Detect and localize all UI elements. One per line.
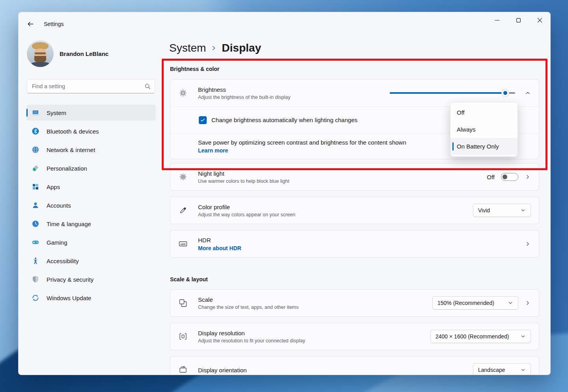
sidebar-item-apps[interactable]: Apps xyxy=(26,179,156,195)
scale-title: Scale xyxy=(198,296,432,303)
sidebar-nav: System Bluetooth & devices Network & int… xyxy=(26,105,156,308)
user-avatar xyxy=(27,40,54,67)
scale-value: 150% (Recommended) xyxy=(437,300,494,306)
color-profile-dropdown[interactable]: Vivid xyxy=(473,204,531,217)
chevron-down-icon xyxy=(520,208,526,213)
window-title: Settings xyxy=(44,21,64,27)
page-title: Display xyxy=(222,42,261,54)
color-profile-subtitle: Adjust the way colors appear on your scr… xyxy=(198,212,473,217)
display-orientation-value: Landscape xyxy=(478,367,505,373)
menu-item-off[interactable]: Off xyxy=(450,104,518,121)
menu-item-on-battery-only[interactable]: On Battery Only xyxy=(450,138,518,155)
battery-option-menu: Off Always On Battery Only xyxy=(450,102,518,157)
color-profile-title: Color profile xyxy=(198,204,473,210)
sidebar-item-network-internet[interactable]: Network & internet xyxy=(26,142,156,158)
chevron-right-icon xyxy=(525,300,531,306)
breadcrumb: System Display xyxy=(169,41,261,56)
brightness-title: Brightness xyxy=(198,86,390,93)
scale-dropdown[interactable]: 150% (Recommended) xyxy=(432,296,518,310)
color-profile-row: Color profile Adjust the way colors appe… xyxy=(170,197,539,224)
display-resolution-value: 2400 × 1600 (Recommended) xyxy=(435,333,509,340)
breadcrumb-parent[interactable]: System xyxy=(169,42,206,54)
night-light-title: Night light xyxy=(198,170,487,177)
hdr-row[interactable]: HDR HDR More about HDR xyxy=(170,230,539,257)
minimize-button[interactable] xyxy=(486,12,508,28)
search-box[interactable] xyxy=(27,79,155,93)
display-resolution-subtitle: Adjust the resolution to fit your connec… xyxy=(198,338,430,344)
toggle-knob xyxy=(503,175,507,179)
brightness-subtitle: Adjust the brightness of the built-in di… xyxy=(198,95,390,100)
windows-update-icon xyxy=(32,294,39,302)
display-orientation-card: Display orientation Landscape xyxy=(170,356,539,375)
chevron-right-icon xyxy=(525,241,531,247)
brightness-icon xyxy=(178,88,188,98)
personalization-icon xyxy=(32,164,39,172)
menu-item-always[interactable]: Always xyxy=(450,121,518,138)
night-light-state: Off xyxy=(487,174,495,180)
chevron-up-icon xyxy=(525,90,531,96)
scale-icon xyxy=(178,298,188,308)
accounts-icon xyxy=(32,201,39,209)
close-icon xyxy=(538,18,542,22)
time-language-icon xyxy=(32,220,39,228)
night-light-icon xyxy=(178,172,188,182)
night-light-expand[interactable] xyxy=(525,174,531,180)
titlebar: Settings xyxy=(19,12,550,31)
scale-card: Scale Change the size of text, apps, and… xyxy=(170,289,539,317)
display-resolution-row: Display resolution Adjust the resolution… xyxy=(170,323,539,350)
sidebar-item-gaming[interactable]: Gaming xyxy=(26,234,156,250)
chevron-down-icon xyxy=(520,367,526,373)
sidebar-item-accessibility[interactable]: Accessibility xyxy=(26,253,156,269)
network-icon xyxy=(32,146,39,154)
scale-expand[interactable] xyxy=(525,300,531,306)
selected-accent-bar xyxy=(452,142,454,150)
scale-subtitle: Change the size of text, apps, and other… xyxy=(198,305,432,310)
sidebar-item-windows-update[interactable]: Windows Update xyxy=(26,290,156,306)
auto-brightness-checkbox[interactable] xyxy=(199,116,207,124)
minimize-icon xyxy=(495,18,499,22)
section-heading-brightness-color: Brightness & color xyxy=(170,66,219,72)
night-light-row[interactable]: Night light Use warmer colors to help bl… xyxy=(170,163,539,190)
auto-brightness-label: Change brightness automatically when lig… xyxy=(211,117,357,123)
color-profile-card: Color profile Adjust the way colors appe… xyxy=(170,197,539,224)
close-button[interactable] xyxy=(529,12,550,28)
maximize-button[interactable] xyxy=(508,12,529,28)
brightness-slider-thumb[interactable] xyxy=(502,89,509,97)
display-orientation-row: Display orientation Landscape xyxy=(170,357,539,375)
sidebar-item-time-language[interactable]: Time & language xyxy=(26,216,156,232)
sidebar-item-bluetooth-devices[interactable]: Bluetooth & devices xyxy=(26,123,156,139)
sidebar-item-system[interactable]: System xyxy=(26,105,156,121)
color-profile-value: Vivid xyxy=(478,207,490,214)
system-icon xyxy=(32,109,39,117)
display-resolution-title: Display resolution xyxy=(198,330,430,336)
night-light-subtitle: Use warmer colors to help block blue lig… xyxy=(198,178,487,184)
chevron-right-icon xyxy=(525,174,531,180)
color-profile-icon xyxy=(178,206,188,215)
user-name: Brandon LeBlanc xyxy=(60,50,108,57)
back-button[interactable] xyxy=(25,19,36,30)
display-orientation-dropdown[interactable]: Landscape xyxy=(473,363,531,375)
more-about-hdr-link[interactable]: More about HDR xyxy=(198,245,525,251)
search-input[interactable] xyxy=(32,83,144,89)
sidebar-item-accounts[interactable]: Accounts xyxy=(26,197,156,213)
brightness-slider[interactable] xyxy=(390,89,515,97)
gaming-icon xyxy=(32,238,39,246)
settings-window: Settings Brandon LeBlanc System xyxy=(18,12,551,375)
svg-text:HDR: HDR xyxy=(181,243,186,245)
sidebar-item-privacy-security[interactable]: Privacy & security xyxy=(26,271,156,287)
display-orientation-title: Display orientation xyxy=(198,367,473,373)
selected-accent-bar xyxy=(26,109,28,117)
window-controls xyxy=(486,12,550,28)
hdr-expand[interactable] xyxy=(525,241,531,247)
maximize-icon xyxy=(516,18,521,22)
sidebar-item-personalization[interactable]: Personalization xyxy=(26,160,156,176)
scale-row[interactable]: Scale Change the size of text, apps, and… xyxy=(170,290,539,316)
night-light-toggle[interactable] xyxy=(501,173,518,181)
display-resolution-dropdown[interactable]: 2400 × 1600 (Recommended) xyxy=(430,330,531,343)
hdr-icon: HDR xyxy=(178,239,188,249)
user-profile: Brandon LeBlanc xyxy=(27,40,108,67)
chevron-right-icon xyxy=(211,45,217,51)
chevron-down-icon xyxy=(520,334,526,339)
collapse-button[interactable] xyxy=(525,90,531,96)
apps-icon xyxy=(32,183,39,191)
